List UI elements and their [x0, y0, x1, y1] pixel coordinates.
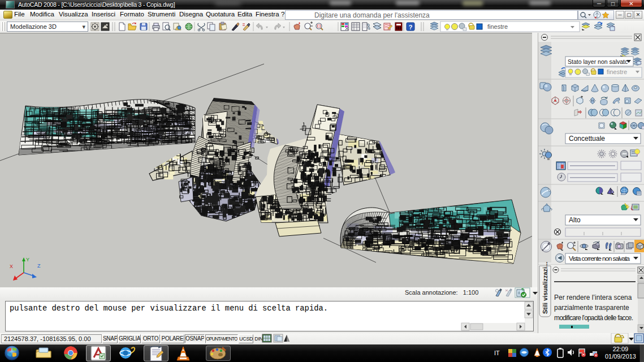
svg-text:IT: IT — [494, 350, 500, 356]
svg-text:X: X — [10, 264, 13, 269]
svg-text:Stato layer non salvatc: Stato layer non salvatc — [568, 58, 628, 65]
svg-text:finestre: finestre — [607, 68, 627, 75]
svg-text:Vista corrente non salvata: Vista corrente non salvata — [569, 255, 630, 262]
svg-text:Alto: Alto — [569, 216, 581, 224]
svg-text:finestre: finestre — [487, 23, 508, 30]
svg-text:Concettuale: Concettuale — [569, 135, 605, 143]
svg-text:modificare l’opacità delle fac: modificare l’opacità delle facce. — [554, 314, 633, 322]
svg-text:Y: Y — [26, 257, 29, 262]
svg-text:parzialmente trasparente: parzialmente trasparente — [554, 304, 629, 312]
svg-text:Z: Z — [37, 263, 41, 269]
svg-text:?: ? — [409, 24, 413, 31]
